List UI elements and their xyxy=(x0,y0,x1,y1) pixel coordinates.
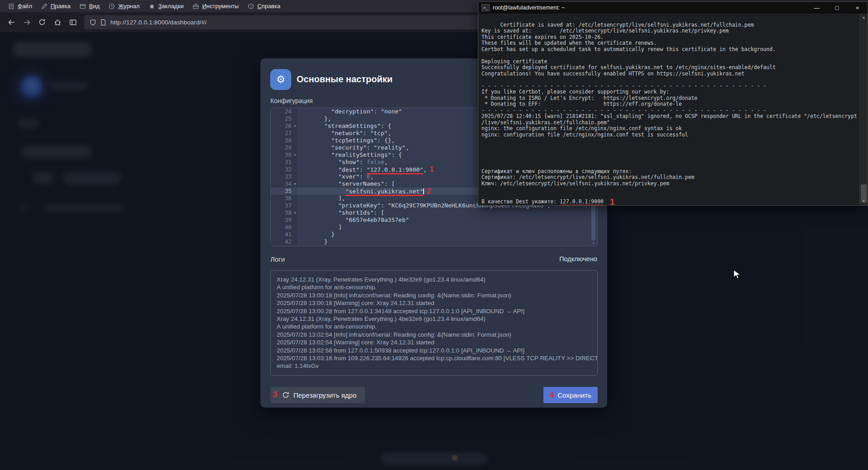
restart-core-label: Перезагрузить ядро xyxy=(293,391,357,399)
menu-tools[interactable]: Инструменты xyxy=(188,1,243,11)
code-line: 38▾ "shortIds": [ xyxy=(271,209,597,216)
briefcase-icon xyxy=(193,3,199,9)
text-cursor xyxy=(423,188,424,194)
svg-text:?: ? xyxy=(250,4,252,8)
reload-button[interactable] xyxy=(35,15,49,29)
dest-value-annotated: "127.0.0.1:9000" xyxy=(367,166,423,174)
terminal-text-block: Certificate is saved at: /etc/letsencryp… xyxy=(481,22,857,187)
restart-core-button[interactable]: 3 Перезагрузить ядро xyxy=(270,387,365,403)
question-icon: ? xyxy=(248,3,254,9)
menu-help[interactable]: ? Справка xyxy=(243,1,285,11)
config-label: Конфигурация xyxy=(270,97,313,104)
page-icon xyxy=(100,19,106,26)
restart-icon xyxy=(282,391,289,399)
terminal-output[interactable]: Certificate is saved at: /etc/letsencryp… xyxy=(478,14,860,205)
menu-help-label: Справка xyxy=(257,3,280,9)
sidebar-icon xyxy=(69,19,77,26)
terminal-titlebar[interactable]: >_ root@lawfuladvertisement: ~ — □ × xyxy=(478,2,868,14)
save-label: Сохранить xyxy=(557,391,591,399)
menu-file[interactable]: Файл xyxy=(4,1,37,11)
file-icon xyxy=(8,3,14,9)
code-line: 40 ] xyxy=(271,224,597,231)
menu-edit[interactable]: Правка xyxy=(37,1,75,11)
save-button[interactable]: 4 Сохранить xyxy=(543,387,598,403)
back-button[interactable] xyxy=(5,15,18,29)
reload-icon xyxy=(38,19,46,26)
menu-history-label: Журнал xyxy=(118,3,139,9)
menu-edit-label: Правка xyxy=(51,3,71,9)
menu-history[interactable]: Журнал xyxy=(104,1,144,11)
menu-bookmarks[interactable]: Закладки xyxy=(144,1,188,11)
star-icon xyxy=(149,3,155,9)
url-text: http://127.0.0.1:8000/dashboard/#/ xyxy=(110,19,207,26)
screen: Файл Правка Вид Журнал Закладки Инструме… xyxy=(0,0,868,470)
code-line: 42 } xyxy=(271,238,597,245)
sni-value-annotated: "selfsni.yukikras.net" xyxy=(345,188,423,196)
window-icon xyxy=(80,3,86,9)
terminal-window: >_ root@lawfuladvertisement: ~ — □ × Cer… xyxy=(478,1,868,206)
fold-arrow-icon[interactable]: ▾ xyxy=(292,209,298,216)
pencil-icon xyxy=(41,3,47,9)
chevron-down-icon[interactable]: ⌄ xyxy=(592,239,595,245)
fold-arrow-icon[interactable]: ▾ xyxy=(292,151,298,159)
scroll-up-icon[interactable]: ▲ xyxy=(860,15,868,19)
url-bar[interactable]: http://127.0.0.1:8000/dashboard/#/ xyxy=(84,15,491,29)
gear-icon: ⚙ xyxy=(276,74,285,85)
fold-arrow-icon[interactable]: ▾ xyxy=(292,180,298,188)
terminal-scrollbar[interactable]: ▲ ▼ xyxy=(859,14,868,205)
maximize-icon[interactable]: □ xyxy=(827,2,847,14)
code-line: 41 } xyxy=(271,231,597,238)
logs-label: Логи xyxy=(270,255,285,263)
clock-icon xyxy=(108,3,115,9)
dialog-icon-chip: ⚙ xyxy=(270,69,291,90)
shield-icon xyxy=(90,19,96,26)
forward-arrow-icon xyxy=(23,19,31,26)
home-icon xyxy=(54,19,61,26)
forward-button[interactable] xyxy=(20,15,33,29)
home-button[interactable] xyxy=(51,15,64,29)
annotation-3: 3 xyxy=(273,390,278,400)
menu-file-label: Файл xyxy=(18,3,32,9)
scroll-down-icon[interactable]: ▼ xyxy=(860,199,868,203)
terminal-title: root@lawfuladvertisement: ~ xyxy=(493,5,565,11)
annotation-1: 1 xyxy=(610,197,615,205)
minimize-icon[interactable]: — xyxy=(807,2,827,14)
menu-tools-label: Инструменты xyxy=(202,3,239,9)
terminal-dest-line: В качестве Dest укажите: 127.0.0.1:90001 xyxy=(481,199,860,205)
code-line: 39 "6657e4eb78a357eb" xyxy=(271,216,597,224)
terminal-icon: >_ xyxy=(481,4,490,11)
fold-arrow-icon[interactable]: ▾ xyxy=(292,122,298,130)
dialog-title: Основные настройки xyxy=(297,74,392,85)
logs-output[interactable]: Xray 24.12.31 (Xray, Penetrates Everythi… xyxy=(270,270,598,376)
connection-status: Подключено xyxy=(559,255,597,263)
sidebar-button[interactable] xyxy=(66,15,80,29)
back-arrow-icon xyxy=(8,19,15,26)
annotation-2: 2 xyxy=(427,187,431,195)
annotation-1: 1 xyxy=(429,165,434,174)
annotation-4: 4 xyxy=(550,390,555,400)
menu-bookmarks-label: Закладки xyxy=(158,3,184,9)
menu-view-label: Вид xyxy=(89,3,100,9)
mouse-cursor xyxy=(733,269,743,280)
close-icon[interactable]: × xyxy=(847,2,868,14)
menu-view[interactable]: Вид xyxy=(75,1,104,11)
dest-value-annotated: 127.0.0.1:9000 xyxy=(560,198,604,205)
